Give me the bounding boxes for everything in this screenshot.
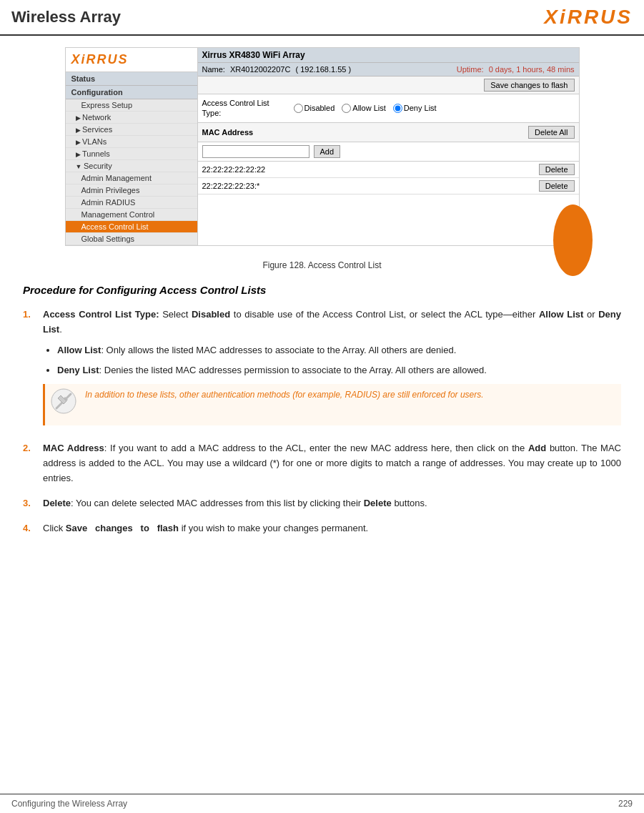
acl-type-label: Access Control List Type: xyxy=(202,98,288,119)
radio-allow[interactable]: Allow List xyxy=(342,104,385,113)
item1-disabled: Disabled xyxy=(192,309,230,320)
body-content: Procedure for Configuring Access Control… xyxy=(17,282,627,546)
item-number-4: 4. xyxy=(23,521,37,536)
uptime-label: Uptime: xyxy=(457,65,484,74)
radio-disabled-input[interactable] xyxy=(294,104,303,113)
bullet-deny: Deny List: Denies the listed MAC address… xyxy=(57,363,621,378)
mac-entry-value-1: 22:22:22:22:22:22 xyxy=(202,165,266,174)
mac-entry-row-2: 22:22:22:22:23:* Delete xyxy=(198,178,579,194)
uptime-info: Uptime: 0 days, 1 hours, 48 mins xyxy=(457,65,575,74)
procedure-item-4: 4. Click Save changes to flash if you wi… xyxy=(23,521,621,536)
orange-decoration xyxy=(553,205,593,276)
ip-value: ( 192.168.1.55 ) xyxy=(295,65,351,74)
footer-left: Configuring the Wireless Array xyxy=(11,799,127,809)
add-mac-button[interactable]: Add xyxy=(314,145,341,158)
procedure-item-3: 3. Delete: You can delete selected MAC a… xyxy=(23,496,621,511)
radio-disabled[interactable]: Disabled xyxy=(294,104,335,113)
top-info-bar: Xirrus XR4830 WiFi Array xyxy=(198,48,579,63)
sidebar-item-network[interactable]: Network xyxy=(66,112,197,124)
item-text-1: Access Control List Type: Select Disable… xyxy=(43,307,621,431)
item-text-2: MAC Address: If you want to add a MAC ad… xyxy=(43,441,621,486)
note-text: In addition to these lists, other authen… xyxy=(85,388,484,421)
bullet-deny-bold: Deny List xyxy=(57,365,99,375)
sidebar-item-services[interactable]: Services xyxy=(66,124,197,136)
uptime-value: 0 days, 1 hours, 48 mins xyxy=(489,65,575,74)
sidebar-logo: XiRRUS xyxy=(66,48,197,72)
page-title: Wireless Array xyxy=(11,8,121,26)
delete-all-button[interactable]: Delete All xyxy=(528,126,574,139)
device-info-bar: Name: XR4012002207C ( 192.168.1.55 ) Upt… xyxy=(198,63,579,77)
device-name-value: XR4012002207C xyxy=(230,65,290,74)
sidebar-item-acl[interactable]: Access Control List xyxy=(66,221,197,233)
item-number-1: 1. xyxy=(23,307,37,431)
item3-delete2: Delete xyxy=(364,498,392,508)
sidebar-item-vlans[interactable]: VLANs xyxy=(66,136,197,148)
sidebar: XiRRUS Status Configuration Express Setu… xyxy=(66,48,198,245)
procedure-heading: Procedure for Configuring Access Control… xyxy=(23,282,621,299)
bullet-allow-bold: Allow List xyxy=(57,345,101,355)
procedure-item-1: 1. Access Control List Type: Select Disa… xyxy=(23,307,621,431)
page-footer: Configuring the Wireless Array 229 xyxy=(0,794,644,813)
save-changes-button[interactable]: Save changes to flash xyxy=(484,79,574,92)
item-text-4: Click Save changes to flash if you wish … xyxy=(43,521,621,536)
sidebar-status[interactable]: Status xyxy=(66,72,197,86)
add-row: Add xyxy=(198,142,579,162)
name-label: Name: xyxy=(202,65,225,74)
mac-entry-row-1: 22:22:22:22:22:22 Delete xyxy=(198,162,579,178)
procedure-item-2: 2. MAC Address: If you want to add a MAC… xyxy=(23,441,621,486)
item2-add: Add xyxy=(528,443,546,453)
sidebar-item-tunnels[interactable]: Tunnels xyxy=(66,148,197,160)
item4-save: Save changes to flash xyxy=(66,523,179,533)
sidebar-item-security[interactable]: Security xyxy=(66,160,197,172)
sidebar-item-admin-priv[interactable]: Admin Privileges xyxy=(66,184,197,197)
radio-deny[interactable]: Deny List xyxy=(393,104,437,113)
save-button-row: Save changes to flash xyxy=(198,77,579,94)
item-text-3: Delete: You can delete selected MAC addr… xyxy=(43,496,621,511)
delete-mac-button-1[interactable]: Delete xyxy=(539,164,575,175)
note-box: In addition to these lists, other authen… xyxy=(43,384,621,425)
mac-address-label: MAC Address xyxy=(202,128,254,137)
sidebar-item-admin-mgmt[interactable]: Admin Management xyxy=(66,172,197,184)
radio-allow-input[interactable] xyxy=(342,104,351,113)
right-panel: Xirrus XR4830 WiFi Array Name: XR4012002… xyxy=(198,48,579,245)
mac-header-row: MAC Address Delete All xyxy=(198,123,579,142)
radio-deny-label: Deny List xyxy=(404,104,437,112)
sidebar-configuration[interactable]: Configuration xyxy=(66,86,197,99)
acl-type-row: Access Control List Type: Disabled Allow… xyxy=(198,94,579,123)
main-content: XiRRUS Status Configuration Express Setu… xyxy=(0,36,644,557)
item3-delete: Delete xyxy=(43,498,71,508)
bullet-allow: Allow List: Only allows the listed MAC a… xyxy=(57,343,621,358)
header-logo: XiRRUS xyxy=(544,6,633,29)
page-header: Wireless Array XiRRUS xyxy=(0,0,644,36)
delete-mac-button-2[interactable]: Delete xyxy=(539,180,575,192)
device-name-info: Name: XR4012002207C ( 192.168.1.55 ) xyxy=(202,65,352,74)
note-icon xyxy=(49,388,78,421)
sidebar-item-admin-radius[interactable]: Admin RADIUS xyxy=(66,197,197,209)
item1-bold-intro: Access Control List Type: xyxy=(43,309,159,320)
sidebar-item-mgmt-control[interactable]: Management Control xyxy=(66,209,197,221)
footer-right: 229 xyxy=(618,799,633,809)
device-title: Xirrus XR4830 WiFi Array xyxy=(202,50,305,60)
item-number-2: 2. xyxy=(23,441,37,486)
mac-entry-value-2: 22:22:22:22:23:* xyxy=(202,182,260,190)
sidebar-logo-text: XiRRUS xyxy=(71,52,129,66)
mac-address-input[interactable] xyxy=(202,145,309,158)
figure-caption: Figure 128. Access Control List xyxy=(17,260,627,270)
sidebar-item-global-settings[interactable]: Global Settings xyxy=(66,233,197,245)
item-number-3: 3. xyxy=(23,496,37,511)
radio-deny-input[interactable] xyxy=(393,104,402,113)
item2-bold: MAC Address xyxy=(43,443,104,453)
bullet-list-1: Allow List: Only allows the listed MAC a… xyxy=(57,343,621,379)
acl-radio-group: Disabled Allow List Deny List xyxy=(294,104,437,113)
item1-allow: Allow List xyxy=(539,309,583,320)
radio-disabled-label: Disabled xyxy=(304,104,335,112)
sidebar-item-express-setup[interactable]: Express Setup xyxy=(66,99,197,112)
screenshot-box: XiRRUS Status Configuration Express Setu… xyxy=(65,47,580,246)
radio-allow-label: Allow List xyxy=(352,104,385,112)
